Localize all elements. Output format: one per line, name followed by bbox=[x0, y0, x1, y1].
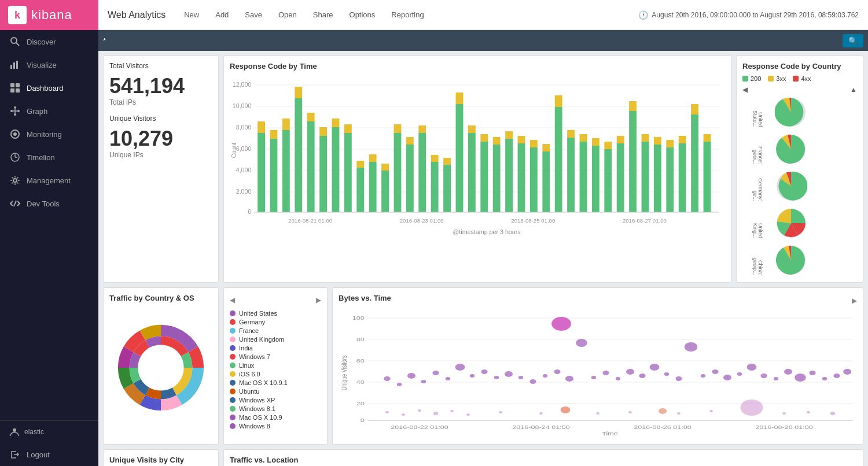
clock-icon: 🕐 bbox=[638, 10, 648, 20]
legend-item-france: France bbox=[230, 327, 321, 334]
sidebar: k kibana Discover Visualize Dashboard Gr… bbox=[0, 0, 98, 466]
legend-prev-btn[interactable]: ◀ bbox=[230, 296, 235, 304]
legend-label-fr: France bbox=[239, 327, 259, 334]
sidebar-user: elastic bbox=[0, 421, 98, 443]
bytes-nav-btn[interactable]: ▶ bbox=[852, 297, 857, 305]
country-pies: United State... France: geoi... bbox=[742, 96, 857, 276]
timelion-icon bbox=[9, 151, 21, 163]
svg-point-185 bbox=[539, 412, 543, 415]
svg-rect-64 bbox=[418, 133, 426, 212]
svg-point-183 bbox=[466, 413, 470, 416]
svg-rect-52 bbox=[344, 133, 352, 212]
svg-rect-94 bbox=[604, 149, 612, 212]
svg-point-16 bbox=[13, 132, 17, 136]
open-button[interactable]: Open bbox=[271, 7, 304, 23]
bytes-vs-time-panel: Bytes vs. Time ▶ 100 80 60 40 20 0 Uniqu… bbox=[332, 287, 863, 445]
legend-item-india: India bbox=[230, 345, 321, 352]
svg-point-151 bbox=[529, 379, 536, 384]
legend-item-3xx: 3xx bbox=[768, 75, 786, 82]
svg-point-173 bbox=[795, 373, 806, 382]
svg-rect-72 bbox=[468, 133, 476, 212]
svg-line-21 bbox=[14, 201, 16, 206]
chart-legend: United States Germany France United King… bbox=[230, 308, 321, 432]
legend-color-4xx bbox=[793, 76, 799, 82]
svg-rect-105 bbox=[666, 140, 674, 147]
main-content: Total Visitors 541,194 Total IPs Unique … bbox=[98, 51, 868, 466]
sidebar-item-timelion[interactable]: Timelion bbox=[0, 146, 98, 169]
sidebar-item-discover[interactable]: Discover bbox=[0, 30, 98, 53]
options-button[interactable]: Options bbox=[343, 7, 382, 23]
save-button[interactable]: Save bbox=[238, 7, 269, 23]
legend-next-btn[interactable]: ▶ bbox=[316, 296, 321, 304]
svg-point-22 bbox=[13, 428, 16, 432]
monitoring-icon bbox=[9, 128, 21, 140]
svg-point-147 bbox=[494, 376, 499, 379]
legend-label-4xx: 4xx bbox=[801, 75, 811, 82]
search-bar: 🔍 bbox=[98, 30, 868, 51]
logo[interactable]: k kibana bbox=[0, 0, 98, 30]
svg-point-172 bbox=[784, 369, 792, 375]
legend-dot-us bbox=[230, 310, 236, 316]
time-range[interactable]: 🕐 August 20th 2016, 09:00:00.000 to Augu… bbox=[638, 10, 859, 20]
svg-rect-55 bbox=[356, 161, 364, 168]
sidebar-item-management[interactable]: Management bbox=[0, 169, 98, 192]
add-button[interactable]: Add bbox=[208, 7, 236, 23]
logo-text: kibana bbox=[31, 8, 72, 23]
svg-point-176 bbox=[833, 373, 840, 378]
username: elastic bbox=[24, 428, 44, 436]
stats-panel: Total Visitors 541,194 Total IPs Unique … bbox=[103, 56, 219, 283]
svg-point-167 bbox=[723, 375, 731, 380]
sidebar-item-label-visualize: Visualize bbox=[27, 61, 57, 69]
svg-point-123 bbox=[139, 346, 182, 389]
svg-point-171 bbox=[774, 377, 778, 380]
svg-point-175 bbox=[822, 377, 827, 380]
prev-country-btn[interactable]: ◀ bbox=[742, 86, 748, 94]
svg-rect-8 bbox=[16, 88, 20, 93]
svg-point-191 bbox=[677, 412, 681, 415]
svg-point-168 bbox=[737, 372, 742, 376]
response-code-chart: 12,000 10,000 8,000 6,000 4,000 2,000 0 … bbox=[230, 75, 725, 237]
svg-text:8,000: 8,000 bbox=[236, 124, 252, 131]
share-button[interactable]: Share bbox=[306, 7, 340, 23]
svg-rect-98 bbox=[629, 111, 637, 212]
legend-item-win81: Windows 8.1 bbox=[230, 405, 321, 412]
svg-text:2016-08-26 01:00: 2016-08-26 01:00 bbox=[634, 424, 691, 430]
svg-rect-100 bbox=[642, 142, 649, 212]
svg-point-155 bbox=[576, 339, 587, 347]
svg-text:4,000: 4,000 bbox=[236, 167, 252, 173]
reporting-button[interactable]: Reporting bbox=[384, 7, 431, 23]
search-input[interactable] bbox=[103, 36, 838, 45]
next-country-btn[interactable]: ▲ bbox=[850, 86, 857, 94]
legend-label-mac109: Mac OS X 10.9 bbox=[239, 414, 282, 421]
svg-rect-2 bbox=[10, 65, 12, 69]
sidebar-item-graph[interactable]: Graph bbox=[0, 99, 98, 123]
sidebar-item-logout[interactable]: Logout bbox=[0, 443, 98, 466]
traffic-country-os-panel: Traffic by Country & OS bbox=[103, 287, 219, 445]
logout-icon bbox=[9, 449, 21, 460]
svg-rect-101 bbox=[642, 134, 649, 142]
new-button[interactable]: New bbox=[177, 7, 206, 23]
svg-text:2016-08-27 01:00: 2016-08-27 01:00 bbox=[623, 218, 667, 224]
svg-rect-60 bbox=[394, 133, 402, 212]
svg-rect-73 bbox=[468, 125, 476, 133]
svg-rect-102 bbox=[654, 145, 661, 212]
legend-item-win7: Windows 7 bbox=[230, 353, 321, 360]
svg-rect-92 bbox=[592, 146, 599, 212]
svg-point-150 bbox=[518, 376, 523, 379]
svg-text:Count: Count bbox=[230, 143, 237, 158]
country-pie-us: United State... bbox=[742, 96, 857, 128]
sidebar-item-visualize[interactable]: Visualize bbox=[0, 53, 98, 76]
legend-dot-in bbox=[230, 345, 236, 351]
sidebar-item-devtools[interactable]: Dev Tools bbox=[0, 192, 98, 215]
svg-point-184 bbox=[499, 411, 502, 413]
sidebar-item-monitoring[interactable]: Monitoring bbox=[0, 123, 98, 146]
svg-rect-63 bbox=[406, 137, 414, 145]
sidebar-item-dashboard[interactable]: Dashboard bbox=[0, 76, 98, 99]
svg-text:6,000: 6,000 bbox=[236, 146, 252, 152]
svg-point-154 bbox=[565, 376, 573, 382]
svg-rect-87 bbox=[555, 95, 562, 107]
search-button[interactable]: 🔍 bbox=[843, 34, 863, 47]
total-ips-value: 541,194 bbox=[109, 73, 212, 98]
svg-point-189 bbox=[596, 412, 599, 415]
svg-rect-54 bbox=[356, 168, 364, 212]
